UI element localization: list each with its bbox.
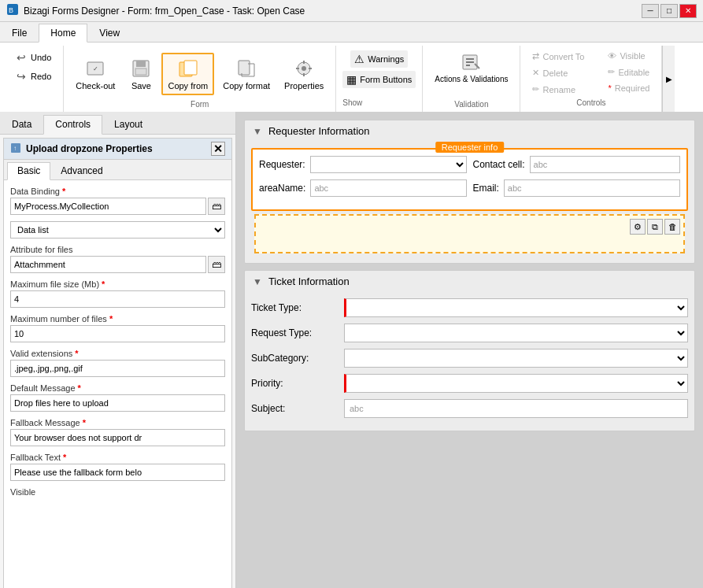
form-buttons-button[interactable]: ▦ Form Buttons [342,71,416,88]
ribbon-group-validation: Actions & Validations Validation [423,46,520,112]
upload-tools: ⚙ ⧉ 🗑 [630,219,680,235]
props-tab-advanced[interactable]: Advanced [50,162,113,179]
field-max-files: Maximum number of files * [10,314,225,342]
request-type-select[interactable] [345,324,687,342]
field-requester: Requester: [259,156,467,173]
ribbon-content: ↩ Undo ↪ Redo ✓ Check-out Save [0,43,703,112]
save-button[interactable]: Save [124,54,158,94]
upload-settings-button[interactable]: ⚙ [630,219,646,235]
redo-button[interactable]: ↪ Redo [9,68,57,85]
data-binding-input[interactable] [10,198,206,215]
contact-cell-value: abc [530,156,680,173]
field-max-file-size: Maximum file size (Mb) * [10,279,225,308]
gear-icon: ⚙ [634,222,642,232]
ribbon-tab-view[interactable]: View [87,24,131,42]
requester-select[interactable] [310,156,467,173]
delete-button[interactable]: ✕ Delete [527,65,590,80]
upload-delete-button[interactable]: 🗑 [664,219,680,235]
upload-dropzone[interactable]: ⚙ ⧉ 🗑 [254,214,685,253]
props-icon: ↑ [10,142,21,156]
warnings-button[interactable]: ⚠ Warnings [350,50,408,68]
actions-validations-button[interactable]: Actions & Validations [429,47,513,87]
editable-button[interactable]: ✏ Editable [602,65,655,80]
request-type-label: Request Type: [251,327,338,338]
visible-icon: 👁 [608,51,616,61]
priority-label: Priority: [251,378,338,389]
default-message-input[interactable] [10,394,225,412]
subcategory-select[interactable] [345,349,687,367]
ticket-row-request: Request Type: [251,324,688,342]
checkout-icon: ✓ [84,57,106,80]
save-icon [130,57,152,80]
subcategory-field [344,349,688,368]
ticket-type-label: Ticket Type: [251,302,338,313]
title-bar: B Bizagi Forms Designer - Form: frm_Open… [0,0,703,22]
minimize-button[interactable]: ─ [642,4,659,18]
upload-copy-button[interactable]: ⧉ [647,219,663,235]
section-requester: ▼ Requester Information Requester info R… [244,120,695,264]
max-file-size-input[interactable] [10,290,225,308]
attribute-files-browse-button[interactable]: 🗃 [208,256,225,273]
ribbon-tab-file[interactable]: File [0,24,39,42]
priority-field [344,374,688,393]
section-requester-header[interactable]: ▼ Requester Information [245,120,694,142]
maximize-button[interactable]: □ [660,4,678,18]
close-button[interactable]: ✕ [679,4,697,18]
rename-button[interactable]: ✏ Rename [527,82,590,97]
tab-controls[interactable]: Controls [43,115,102,135]
convert-icon: ⇄ [532,51,539,61]
field-email: Email: abc [473,179,681,197]
fallback-message-input[interactable] [10,429,225,446]
fallback-text-input[interactable] [10,464,225,481]
required-icon: * [608,83,611,93]
properties-icon [293,57,315,80]
copyformat-icon [235,57,257,80]
ticket-row-subcategory: SubCategory: [251,349,688,368]
section-ticket-chevron: ▼ [253,276,262,287]
props-close-button[interactable]: ✕ [211,142,225,156]
priority-select[interactable] [346,375,687,392]
editable-icon: ✏ [608,67,615,77]
visible-button[interactable]: 👁 Visible [602,49,655,63]
attribute-files-input[interactable] [10,256,206,273]
svg-text:B: B [9,6,13,14]
copyfrom-button[interactable]: Copy from [161,53,214,95]
delete-icon: ✕ [532,68,539,78]
ticket-form: Ticket Type: Request Type: SubCategory: [245,292,694,431]
checkout-button[interactable]: ✓ Check-out [70,54,120,94]
max-files-input[interactable] [10,325,225,342]
ribbon-scroll-right[interactable]: ▶ [662,46,675,112]
section-ticket-header[interactable]: ▼ Ticket Information [245,271,694,292]
requester-info-box: Requester info Requester: Contact cell: [251,148,688,211]
properties-panel: ↑ Upload dropzone Properties ✕ Basic Adv… [3,138,232,588]
ticket-type-select[interactable] [346,299,687,316]
form-row-1: Requester: Contact cell: abc [259,156,680,173]
requester-label: Requester: [259,159,305,170]
undo-button[interactable]: ↩ Undo [9,49,57,66]
tab-data[interactable]: Data [0,115,43,134]
field-default-message: Default Message * [10,383,225,412]
valid-extensions-input[interactable] [10,360,225,377]
trash-icon: 🗑 [668,222,677,231]
copyformat-button[interactable]: Copy format [217,54,276,94]
db2-icon: 🗃 [212,259,221,270]
copy-icon: ⧉ [652,222,658,232]
request-type-field [344,324,688,342]
ribbon-group-show: ⚠ Warnings ▦ Form Buttons Show [336,46,423,112]
required-button[interactable]: * Required [602,81,655,95]
data-list-select[interactable]: Data list [10,221,225,239]
props-tab-basic[interactable]: Basic [7,162,50,180]
panel-tabs: Data Controls Layout [0,112,235,135]
properties-button[interactable]: Properties [279,54,329,94]
copyfrom-icon [177,57,199,80]
requester-dropdown [310,156,467,173]
field-area-name: areaName: abc [259,179,467,197]
form-row-2: areaName: abc Email: abc [259,179,680,197]
ribbon-tab-home[interactable]: Home [39,24,87,43]
tab-layout[interactable]: Layout [102,115,154,134]
subcategory-label: SubCategory: [251,353,338,364]
data-binding-browse-button[interactable]: 🗃 [208,198,225,215]
svg-rect-9 [239,61,250,75]
convert-to-button[interactable]: ⇄ Convert To [527,49,590,64]
db-icon: 🗃 [212,201,221,212]
